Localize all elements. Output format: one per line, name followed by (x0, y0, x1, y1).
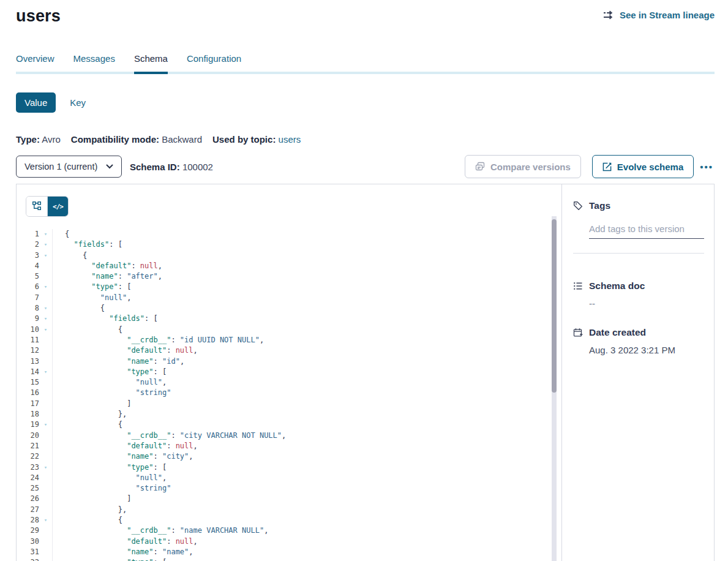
tags-header: Tags (573, 200, 704, 211)
fold-gutter (39, 547, 53, 557)
compat-value: Backward (162, 134, 202, 145)
code-line: 31 "name": "name", (17, 547, 561, 557)
tab-messages[interactable]: Messages (73, 53, 115, 64)
code-line: 10▾ { (17, 325, 561, 335)
line-number: 25 (17, 483, 39, 494)
line-number: 8 (17, 303, 39, 314)
code-line: 6▾ "type": [ (17, 282, 561, 292)
topic-link[interactable]: users (279, 134, 301, 145)
fold-arrow-icon[interactable]: ▾ (39, 325, 53, 335)
tab-bar: Overview Messages Schema Configuration (16, 53, 715, 74)
fold-arrow-icon[interactable]: ▾ (39, 282, 53, 292)
line-number: 6 (17, 282, 39, 292)
schema-id: Schema ID: 100002 (130, 162, 213, 172)
code-text: "type": [ (53, 367, 167, 377)
code-line: 28▾ { (17, 515, 561, 525)
schema-doc-header: Schema doc (573, 280, 704, 292)
key-toggle-button[interactable]: Key (66, 92, 89, 113)
compatibility-mode: Compatibility mode: Backward (71, 134, 202, 145)
compare-icon (475, 162, 485, 171)
code-text: "name": "city", (53, 451, 193, 462)
code-scrollbar-thumb[interactable] (552, 219, 557, 393)
line-number: 26 (17, 494, 39, 504)
compare-versions-button[interactable]: Compare versions (465, 155, 581, 178)
code-text: "__crdb__": "city VARCHAR NOT NULL", (53, 431, 286, 441)
code-text: ] (53, 494, 131, 504)
code-line: 26 ] (17, 494, 561, 504)
code-line: 27 }, (17, 505, 561, 515)
line-number: 3 (17, 250, 39, 261)
date-created-section: Date created Aug. 3 2022 3:21 PM (573, 327, 704, 355)
date-created-header: Date created (573, 327, 704, 338)
line-number: 11 (17, 335, 39, 345)
line-number: 32 (17, 557, 39, 561)
date-created-title: Date created (589, 327, 646, 338)
code-line: 7 "null", (17, 293, 561, 303)
line-number: 2 (17, 239, 39, 250)
calendar-plus-icon (573, 328, 583, 337)
fold-gutter (39, 388, 53, 398)
value-toggle-button[interactable]: Value (16, 92, 56, 113)
fold-arrow-icon[interactable]: ▾ (39, 303, 53, 314)
code-line: 15 "null", (17, 377, 561, 388)
fold-arrow-icon[interactable]: ▾ (39, 250, 53, 261)
sidebar-divider (573, 253, 704, 254)
code-line: 4 "default": null, (17, 261, 561, 271)
line-number: 4 (17, 261, 39, 271)
code-line: 23▾ "type": [ (17, 462, 561, 473)
fold-gutter (39, 409, 53, 420)
code-text: "type": [ (53, 462, 167, 473)
code-editor[interactable]: 1▾{2▾ "fields": [3▾ {4 "default": null,5… (17, 229, 561, 561)
tab-configuration[interactable]: Configuration (187, 53, 241, 64)
tab-schema[interactable]: Schema (134, 53, 168, 64)
code-text: "fields": [ (53, 314, 158, 324)
fold-gutter (39, 345, 53, 356)
fold-arrow-icon[interactable]: ▾ (39, 462, 53, 473)
more-options-button[interactable]: ••• (699, 159, 715, 175)
evolve-schema-label: Evolve schema (617, 162, 683, 172)
compat-label: Compatibility mode: (71, 134, 159, 145)
code-line: 24 "null", (17, 473, 561, 483)
fold-arrow-icon[interactable]: ▾ (39, 420, 53, 430)
fold-gutter (39, 431, 53, 441)
fold-arrow-icon[interactable]: ▾ (39, 229, 53, 239)
code-text: }, (53, 409, 127, 420)
line-number: 1 (17, 229, 39, 239)
schema-id-label: Schema ID: (130, 162, 180, 172)
line-number: 22 (17, 451, 39, 462)
line-number: 20 (17, 431, 39, 441)
line-number: 21 (17, 441, 39, 451)
code-text: { (53, 325, 122, 335)
version-select[interactable]: Version 1 (current) (16, 156, 122, 178)
fold-arrow-icon[interactable]: ▾ (39, 367, 53, 377)
fold-gutter (39, 483, 53, 494)
tags-input[interactable] (589, 224, 704, 239)
schema-meta: Type: Avro Compatibility mode: Backward … (16, 134, 715, 145)
fold-arrow-icon[interactable]: ▾ (39, 515, 53, 525)
line-number: 23 (17, 462, 39, 473)
fold-gutter (39, 525, 53, 536)
evolve-schema-button[interactable]: Evolve schema (592, 155, 694, 178)
fold-arrow-icon[interactable]: ▾ (39, 314, 53, 324)
code-text: "string" (53, 388, 171, 398)
line-number: 29 (17, 525, 39, 536)
code-text: { (53, 515, 122, 525)
fold-gutter (39, 399, 53, 409)
fold-gutter (39, 335, 53, 345)
schema-panel: </> 1▾{2▾ "fields": [3▾ {4 "default": nu… (16, 184, 715, 561)
stream-lineage-link[interactable]: See in Stream lineage (603, 10, 715, 20)
code-text: "default": null, (53, 345, 198, 356)
fold-arrow-icon[interactable]: ▾ (39, 239, 53, 250)
code-line: 9▾ "fields": [ (17, 314, 561, 324)
code-line: 30 "default": null, (17, 537, 561, 547)
tree-view-button[interactable] (26, 197, 47, 216)
code-line: 19▾ { (17, 420, 561, 430)
fold-arrow-icon[interactable]: ▾ (39, 557, 53, 561)
line-number: 17 (17, 399, 39, 409)
code-view-button[interactable]: </> (47, 197, 68, 216)
tab-overview[interactable]: Overview (16, 53, 54, 64)
line-number: 13 (17, 356, 39, 367)
code-text: { (53, 420, 122, 430)
code-scrollbar-track[interactable] (552, 216, 557, 561)
line-number: 16 (17, 388, 39, 398)
